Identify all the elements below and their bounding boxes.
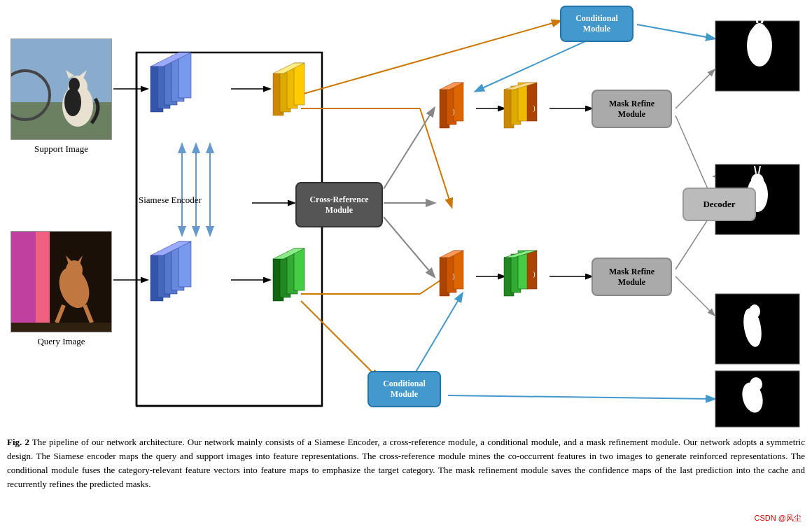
- svg-line-28: [676, 276, 714, 315]
- svg-line-34: [637, 24, 714, 38]
- caption-area: Fig. 2 The pipeline of our network archi…: [7, 435, 805, 492]
- main-container: ) ) ) ): [0, 0, 812, 527]
- csdn-watermark: CSDN @风尘: [755, 513, 802, 524]
- conditional-module-bottom: ConditionalModule: [368, 371, 441, 407]
- svg-rect-48: [294, 63, 304, 105]
- svg-text:): ): [533, 104, 535, 113]
- query-image: [10, 231, 112, 332]
- svg-text:): ): [452, 272, 454, 281]
- svg-point-90: [751, 174, 764, 188]
- svg-point-104: [64, 88, 81, 116]
- mask-refine-bottom: Mask RefineModule: [592, 258, 672, 296]
- svg-rect-63: [454, 83, 463, 121]
- svg-line-86: [756, 15, 757, 23]
- svg-rect-109: [11, 232, 39, 332]
- support-image-label: Support Image: [10, 143, 112, 155]
- svg-rect-69: [527, 83, 537, 121]
- svg-text:): ): [533, 270, 535, 279]
- caption-bold: Fig. 2: [7, 437, 29, 447]
- svg-line-35: [448, 395, 714, 399]
- caption-text: The pipeline of our network architecture…: [7, 437, 805, 489]
- cross-reference-module: Cross-Reference Module: [295, 182, 383, 227]
- svg-rect-59: [294, 248, 304, 290]
- mask-refine-top: Mask RefineModule: [592, 90, 672, 128]
- svg-rect-79: [518, 251, 528, 289]
- svg-rect-110: [36, 232, 50, 332]
- support-image: [10, 38, 112, 140]
- svg-rect-43: [178, 52, 191, 98]
- svg-rect-117: [11, 323, 112, 332]
- siamese-encoder-label: Siamese Encoder: [139, 195, 202, 206]
- svg-line-21: [384, 217, 434, 276]
- svg-point-105: [69, 78, 80, 92]
- svg-text:): ): [452, 108, 454, 116]
- svg-rect-68: [518, 83, 528, 121]
- svg-point-85: [752, 23, 766, 40]
- query-image-label: Query Image: [10, 336, 112, 347]
- svg-rect-54: [178, 241, 191, 287]
- svg-rect-80: [527, 251, 537, 289]
- decoder: Decoder: [682, 188, 756, 221]
- svg-point-95: [749, 304, 760, 318]
- svg-line-32: [476, 35, 599, 91]
- svg-point-98: [750, 377, 762, 391]
- svg-rect-74: [454, 251, 463, 289]
- svg-line-18: [301, 301, 378, 378]
- svg-line-26: [676, 70, 714, 108]
- svg-line-20: [384, 108, 434, 189]
- diagram-area: ) ) ) ): [0, 0, 812, 434]
- conditional-module-top: ConditionalModule: [560, 6, 634, 42]
